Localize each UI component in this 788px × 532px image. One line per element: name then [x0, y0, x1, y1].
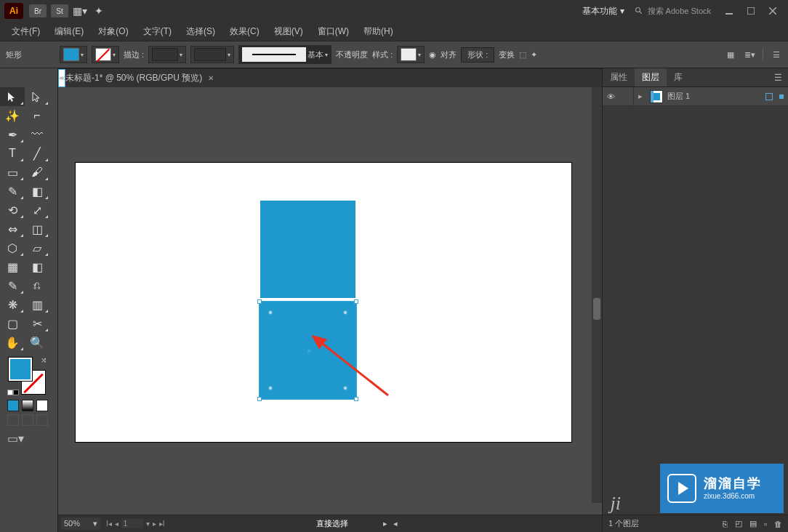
align-label[interactable]: 对齐 — [441, 49, 457, 60]
first-artboard-icon[interactable]: I◂ — [106, 520, 112, 528]
corner-widget-bl[interactable] — [268, 386, 273, 390]
stock-search[interactable]: 搜索 Adobe Stock — [635, 6, 711, 17]
menu-type[interactable]: 文字(T) — [136, 23, 179, 41]
draw-behind-icon[interactable] — [22, 414, 33, 426]
isolate-icon[interactable]: ⬚ — [519, 50, 526, 60]
selection-color-icon[interactable] — [779, 94, 784, 99]
pen-tool[interactable]: ✒ — [0, 125, 25, 144]
transform-label[interactable]: 变换 — [499, 49, 515, 60]
shape-button[interactable]: 形状 : — [461, 47, 494, 63]
rotate-tool[interactable]: ⟲ — [0, 201, 25, 219]
last-artboard-icon[interactable]: ▸I — [159, 520, 165, 528]
hand-tool[interactable]: ✋ — [0, 333, 25, 352]
solid-color-icon[interactable] — [7, 400, 19, 411]
menu-edit[interactable]: 编辑(E) — [47, 23, 91, 41]
fill-stroke-swatch[interactable]: ⤭ — [9, 358, 45, 394]
zoom-field[interactable]: 50%▾ — [61, 517, 100, 530]
handle-tr[interactable] — [354, 299, 358, 304]
line-tool[interactable]: ╱ — [25, 144, 49, 163]
center-point[interactable] — [307, 350, 310, 352]
artboard-tool[interactable]: ▢ — [0, 314, 25, 333]
recolor-icon[interactable]: ◉ — [429, 50, 436, 60]
layer-name[interactable]: 图层 1 — [667, 91, 690, 102]
draw-inside-icon[interactable] — [36, 414, 48, 426]
magic-wand-tool[interactable]: ✨ — [0, 106, 25, 125]
minimize-button[interactable] — [720, 4, 739, 18]
stroke-swatch[interactable]: ▾ — [92, 46, 119, 63]
menu-file[interactable]: 文件(F) — [4, 23, 47, 41]
fill-color-icon[interactable] — [9, 358, 32, 381]
menu-select[interactable]: 选择(S) — [179, 23, 222, 41]
type-tool[interactable]: T — [0, 144, 25, 163]
menu-window[interactable]: 窗口(W) — [310, 23, 356, 41]
artboard[interactable] — [76, 163, 571, 442]
maximize-button[interactable] — [741, 4, 760, 18]
free-transform-tool[interactable]: ◫ — [25, 219, 49, 238]
selection-tool[interactable] — [0, 87, 25, 106]
graph-tool[interactable]: ▥ — [25, 295, 49, 314]
tab-grip-icon[interactable]: ≪ — [58, 69, 65, 87]
grid-icon[interactable]: ▦ — [725, 49, 736, 60]
paintbrush-tool[interactable]: 🖌 — [25, 163, 49, 182]
stock-icon[interactable]: St — [51, 4, 68, 17]
blend-tool[interactable]: ⎌ — [25, 276, 49, 295]
swap-colors-icon[interactable]: ⤭ — [41, 356, 47, 364]
screen-mode-icon[interactable]: ▭▾ — [0, 429, 57, 448]
stroke-profile[interactable]: ▾ — [190, 46, 234, 63]
rectangle-tool[interactable]: ▭ — [0, 163, 25, 182]
shaper-tool[interactable]: ✎ — [0, 182, 25, 201]
hint-prev-icon[interactable]: ◂ — [393, 519, 398, 528]
hint-play-icon[interactable]: ▸ — [383, 519, 387, 528]
artboard-number[interactable]: 1 — [121, 519, 143, 528]
arrange-docs-icon[interactable]: ▦▾ — [73, 5, 87, 17]
make-clipping-mask-icon[interactable]: ◰ — [735, 519, 742, 528]
default-colors-icon[interactable] — [7, 390, 19, 395]
canvas[interactable] — [58, 87, 602, 515]
lasso-tool[interactable]: ⌐ — [25, 106, 49, 125]
slice-tool[interactable]: ✂ — [25, 314, 49, 333]
menu-help[interactable]: 帮助(H) — [356, 23, 401, 41]
perspective-tool[interactable]: ▱ — [25, 238, 49, 257]
scrollbar-thumb[interactable] — [593, 298, 600, 320]
none-color-icon[interactable] — [36, 400, 48, 411]
crop-icon[interactable]: ✦ — [531, 50, 537, 60]
eyedropper-tool[interactable]: ✎ — [0, 276, 25, 295]
bridge-icon[interactable]: Br — [29, 4, 47, 17]
scale-tool[interactable]: ⤢ — [25, 201, 49, 219]
style-swatch[interactable]: ▾ — [397, 46, 425, 63]
layer-row[interactable]: 👁 ▸ 图层 1 — [603, 87, 788, 106]
handle-bl[interactable] — [257, 397, 262, 401]
fill-swatch[interactable]: ▾ — [60, 46, 87, 63]
target-icon[interactable] — [765, 93, 773, 100]
eraser-tool[interactable]: ◧ — [25, 182, 49, 201]
tab-layers[interactable]: 图层 — [635, 68, 667, 86]
shape-builder-tool[interactable]: ⬡ — [0, 238, 25, 257]
panel-menu-icon[interactable]: ☰ — [771, 49, 782, 60]
next-artboard-icon[interactable]: ▸ — [153, 520, 156, 528]
close-button[interactable] — [763, 4, 782, 18]
workspace-switcher[interactable]: 基本功能 ▾ — [582, 5, 624, 17]
artboard-chevron-icon[interactable]: ▾ — [146, 520, 150, 528]
tab-properties[interactable]: 属性 — [603, 68, 635, 86]
tab-libraries[interactable]: 库 — [667, 68, 690, 86]
menu-effect[interactable]: 效果(C) — [222, 23, 267, 41]
visibility-icon[interactable]: 👁 — [607, 92, 617, 101]
layer-thumbnail[interactable] — [650, 90, 663, 103]
draw-normal-icon[interactable] — [7, 414, 19, 426]
mesh-tool[interactable]: ▦ — [0, 257, 25, 276]
new-layer-icon[interactable]: ▫ — [764, 520, 767, 528]
create-sublayer-icon[interactable]: ▤ — [749, 519, 757, 528]
menu-object[interactable]: 对象(O) — [91, 23, 135, 41]
delete-layer-icon[interactable]: 🗑 — [774, 520, 782, 528]
direct-selection-tool[interactable] — [25, 87, 49, 106]
locate-object-icon[interactable]: ⎘ — [723, 520, 728, 528]
panel-menu-icon[interactable]: ☰ — [768, 73, 788, 83]
gradient-tool[interactable]: ◧ — [25, 257, 49, 276]
symbol-sprayer-tool[interactable]: ❋ — [0, 295, 25, 314]
prev-artboard-icon[interactable]: ◂ — [115, 520, 118, 528]
vertical-scrollbar[interactable] — [592, 87, 602, 503]
corner-widget-tr[interactable] — [343, 310, 347, 315]
document-tab[interactable]: 未标题-1* @ 50% (RGB/GPU 预览) ✕ — [58, 69, 221, 87]
curvature-tool[interactable]: 〰 — [25, 125, 49, 144]
corner-widget-tl[interactable] — [268, 310, 273, 315]
